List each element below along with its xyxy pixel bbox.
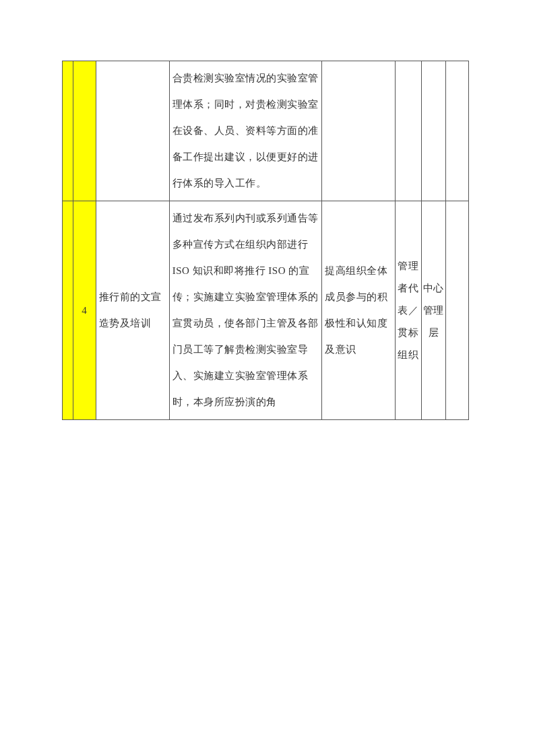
cell-row1-col8 [445, 61, 468, 201]
cell-row1-col2 [73, 61, 96, 201]
cell-row1-col7 [421, 61, 445, 201]
cell-row2-col7: 中心管理层 [421, 201, 445, 420]
table-row: 4 推行前的文宣 造势及培训 通过发布系列内刊或系列通告等多种宣传方式在组织内部… [63, 201, 469, 420]
table-row: 合贵检测实验室情况的实验室管理体系；同时，对贵检测实验室在设备、人员、资料等方面… [63, 61, 469, 201]
cell-row2-col5: 提高组织全体成员参与的积极性和认知度及意识 [322, 201, 396, 420]
cell-row2-col1 [63, 201, 73, 420]
cell-row1-col1 [63, 61, 73, 201]
document-table: 合贵检测实验室情况的实验室管理体系；同时，对贵检测实验室在设备、人员、资料等方面… [62, 61, 469, 420]
cell-row2-col8 [445, 201, 468, 420]
cell-row2-col2: 4 [73, 201, 96, 420]
cell-row1-col3 [96, 61, 169, 201]
cell-row1-col4: 合贵检测实验室情况的实验室管理体系；同时，对贵检测实验室在设备、人员、资料等方面… [169, 61, 322, 201]
content-table: 合贵检测实验室情况的实验室管理体系；同时，对贵检测实验室在设备、人员、资料等方面… [62, 61, 469, 420]
cell-row2-col4: 通过发布系列内刊或系列通告等多种宣传方式在组织内部进行 ISO 知识和即将推行 … [169, 201, 322, 420]
cell-row2-col3: 推行前的文宣 造势及培训 [96, 201, 169, 420]
cell-row1-col6 [396, 61, 422, 201]
cell-row2-col6: 管理者代表／贯标组织 [396, 201, 422, 420]
cell-row1-col5 [322, 61, 396, 201]
